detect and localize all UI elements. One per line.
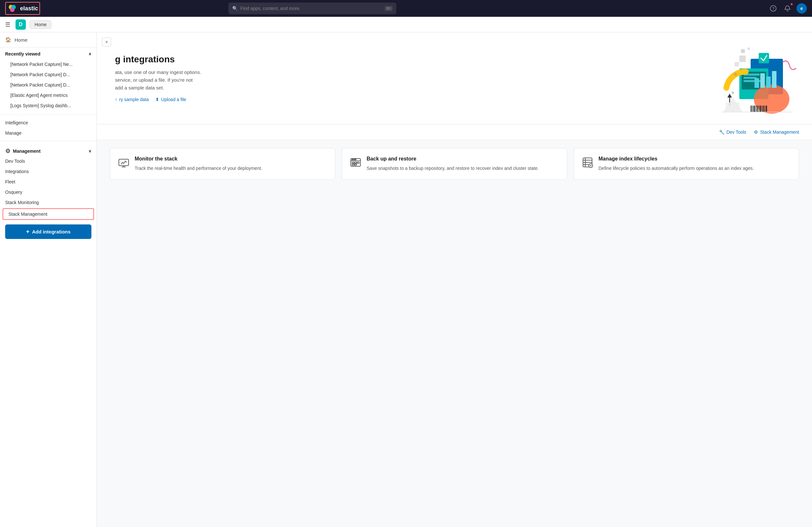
backup-restore-desc: Save snapshots to a backup repository, a… <box>367 165 539 172</box>
cards-section: Monitor the stack Track the real-time he… <box>97 140 812 188</box>
backup-restore-icon <box>350 157 361 172</box>
sidebar-fleet[interactable]: Fleet <box>0 177 97 187</box>
svg-rect-34 <box>766 106 767 112</box>
sidebar-dev-tools[interactable]: Dev Tools <box>0 156 97 166</box>
hero-section: × g integrations ata, use one of our man… <box>97 32 812 124</box>
add-integrations-button[interactable]: + Add integrations <box>5 224 91 239</box>
chevron-up-icon: ∧ <box>88 52 91 56</box>
cards-row: Monitor the stack Track the real-time he… <box>110 148 799 180</box>
sidebar-divider-2 <box>0 141 97 141</box>
monitor-stack-desc: Track the real-time health and performan… <box>135 165 262 172</box>
monitor-stack-card[interactable]: Monitor the stack Track the real-time he… <box>110 148 335 180</box>
home-icon: 🏠 <box>5 37 11 43</box>
svg-rect-6 <box>741 49 745 53</box>
stack-management-link[interactable]: ⚙ Stack Management <box>754 130 799 135</box>
svg-rect-30 <box>760 106 761 112</box>
svg-rect-46 <box>354 162 357 163</box>
svg-marker-23 <box>727 94 732 98</box>
space-badge[interactable]: D <box>15 19 26 30</box>
hero-illustration <box>676 43 799 114</box>
try-sample-data-link[interactable]: ↑ ry sample data <box>115 97 149 102</box>
svg-rect-7 <box>748 47 750 50</box>
svg-rect-21 <box>772 71 777 88</box>
elastic-logo[interactable]: elastic <box>5 2 40 15</box>
recently-viewed-item[interactable]: [Logs System] Syslog dashb... <box>5 100 91 111</box>
svg-rect-33 <box>765 106 765 112</box>
global-search-bar[interactable]: 🔍 ⌘/ <box>228 3 396 14</box>
svg-point-35 <box>734 73 737 76</box>
sidebar-home-label: Home <box>15 37 27 43</box>
monitor-stack-title: Monitor the stack <box>135 156 262 162</box>
dev-tools-link[interactable]: 🔧 Dev Tools <box>719 130 746 135</box>
main-layout: 🏠 Home Recently viewed ∧ [Network Packet… <box>0 32 812 527</box>
sidebar-manage[interactable]: Manage <box>0 128 97 138</box>
notification-dot <box>790 3 793 6</box>
menu-toggle[interactable]: ☰ <box>4 20 12 29</box>
svg-rect-49 <box>354 164 357 165</box>
svg-point-36 <box>731 91 734 94</box>
home-button[interactable]: Home <box>30 20 52 29</box>
hero-text: g integrations ata, use one of our many … <box>110 54 669 102</box>
svg-rect-29 <box>758 106 759 112</box>
sidebar-osquery[interactable]: Osquery <box>0 187 97 197</box>
topbar-icons: ? e <box>768 3 807 14</box>
monitor-stack-content: Monitor the stack Track the real-time he… <box>135 156 262 172</box>
svg-rect-20 <box>766 76 771 88</box>
svg-rect-15 <box>759 53 769 63</box>
svg-text:?: ? <box>772 6 774 11</box>
manage-index-icon <box>582 157 593 172</box>
manage-index-title: Manage index lifecycles <box>598 156 754 162</box>
notifications-icon[interactable] <box>782 3 793 14</box>
svg-rect-45 <box>352 162 354 163</box>
recently-viewed-item[interactable]: [Network Packet Capture] Ne... <box>5 59 91 70</box>
help-icon[interactable]: ? <box>768 3 779 14</box>
monitor-stack-icon <box>118 157 130 172</box>
sidebar-stack-management[interactable]: Stack Management <box>3 208 94 220</box>
sidebar-divider-1 <box>0 115 97 115</box>
hero-actions: ↑ ry sample data ⬆ Upload a file <box>115 97 669 102</box>
recently-viewed-item[interactable]: [Network Packet Capture] D... <box>5 70 91 80</box>
add-integrations-label: Add integrations <box>32 229 70 234</box>
sidebar-stack-monitoring[interactable]: Stack Monitoring <box>0 197 97 208</box>
svg-rect-27 <box>755 106 756 112</box>
svg-point-3 <box>11 6 14 9</box>
svg-rect-25 <box>752 106 753 112</box>
plus-icon: + <box>26 228 30 235</box>
user-avatar[interactable]: e <box>797 3 807 14</box>
recently-viewed-header[interactable]: Recently viewed ∧ <box>5 52 91 57</box>
sidebar: 🏠 Home Recently viewed ∧ [Network Packet… <box>0 32 97 527</box>
svg-point-50 <box>352 159 353 160</box>
svg-rect-18 <box>754 78 759 88</box>
management-section-header[interactable]: ⚙ Management ∨ <box>0 144 97 156</box>
upload-icon: ⬆ <box>155 97 159 102</box>
recently-viewed-label: Recently viewed <box>5 52 40 57</box>
svg-rect-40 <box>119 159 129 166</box>
topbar: elastic 🔍 ⌘/ ? e <box>0 0 812 17</box>
sidebar-integrations[interactable]: Integrations <box>0 166 97 177</box>
backup-restore-card[interactable]: Back up and restore Save snapshots to a … <box>342 148 567 180</box>
manage-index-desc: Define lifecycle policies to automatical… <box>598 165 754 172</box>
manage-index-content: Manage index lifecycles Define lifecycle… <box>598 156 754 172</box>
svg-rect-28 <box>757 106 758 112</box>
hero-title: g integrations <box>115 54 669 64</box>
svg-point-14 <box>754 85 789 114</box>
svg-rect-24 <box>751 106 752 112</box>
sidebar-home[interactable]: 🏠 Home <box>0 32 97 47</box>
svg-rect-26 <box>754 106 755 112</box>
elastic-logo-icon <box>7 3 17 14</box>
svg-rect-39 <box>725 102 740 112</box>
recently-viewed-item[interactable]: [Elastic Agent] Agent metrics <box>5 90 91 100</box>
dev-tools-icon: 🔧 <box>719 130 724 135</box>
upload-file-link[interactable]: ⬆ Upload a file <box>155 97 186 102</box>
search-input[interactable] <box>240 6 382 11</box>
sample-icon: ↑ <box>115 97 117 102</box>
svg-rect-19 <box>760 73 765 88</box>
close-button[interactable]: × <box>102 38 111 46</box>
svg-rect-48 <box>352 164 354 165</box>
gear-icon: ⚙ <box>5 148 10 155</box>
hero-description: ata, use one of our many ingest options.… <box>115 69 669 92</box>
manage-index-card[interactable]: Manage index lifecycles Define lifecycle… <box>574 148 799 180</box>
stack-management-icon: ⚙ <box>754 130 758 135</box>
recently-viewed-item[interactable]: [Network Packet Capture] D... <box>5 80 91 90</box>
sidebar-intelligence[interactable]: Intelligence <box>0 118 97 128</box>
